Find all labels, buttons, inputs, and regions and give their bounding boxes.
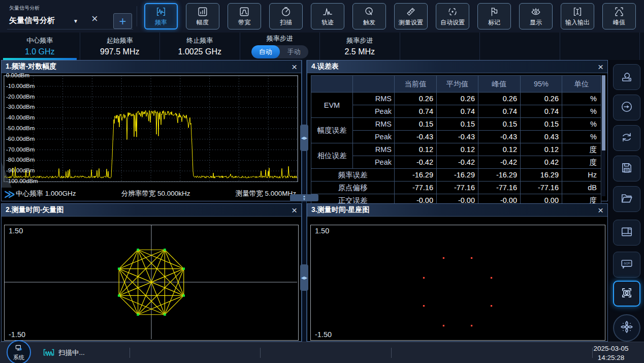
toolbar-button-label: 输入输出 <box>565 18 590 27</box>
table-row: Peak-0.42-0.42-0.420.42度 <box>311 156 601 169</box>
param-field-3: 频率步进自动手动 <box>240 33 320 60</box>
constellation-point <box>164 314 166 316</box>
system-label: 系统 <box>13 354 24 361</box>
toolbar-button-label: 轨迹 <box>321 18 334 27</box>
toolbar-button-display[interactable]: 显示 <box>519 3 553 29</box>
y-axis-tick-label: -50.00dBm <box>6 125 35 131</box>
splitter-grip-bottom[interactable]: ◀▶ <box>300 264 308 291</box>
error-table: 当前值平均值峰值95%单位EVMRMS0.260.260.260.26%Peak… <box>311 75 601 207</box>
toolbar-button-sweep[interactable]: 扫描 <box>269 3 303 29</box>
add-tab-button[interactable]: + <box>113 13 132 29</box>
close-icon[interactable]: × <box>598 62 603 72</box>
panel-error-table: 4.误差表 × 当前值平均值峰值95%单位EVMRMS0.260.260.260… <box>307 60 608 201</box>
system-icon <box>14 344 23 354</box>
panel-spectrum-title: 1.频谱-对数幅度 <box>6 62 56 71</box>
constellation-point <box>443 325 444 326</box>
param-label: 频率步进 <box>267 34 293 43</box>
splitter-grip-junction[interactable]: ▲ ▼ <box>290 194 318 201</box>
screenshot-icon <box>620 286 633 301</box>
constellation-point <box>423 277 425 279</box>
table-cell: 0.74 <box>521 105 562 118</box>
param-field-0: 中心频率1.0 GHz <box>0 33 80 60</box>
toolbar-button-io[interactable]: 输入输出 <box>561 3 594 29</box>
clock: 2025-03-05 14:25:28 <box>581 344 641 362</box>
constellation-point <box>491 305 492 307</box>
param-value-2[interactable]: 1.0025 GHz <box>178 47 221 56</box>
splitter-grip-top[interactable]: ◀▶ <box>300 125 308 151</box>
sidebar-button-navigation[interactable] <box>613 314 640 342</box>
column-header: 单位 <box>562 76 601 93</box>
table-cell: -77.16 <box>521 182 562 194</box>
table-row: 相位误差RMS0.120.120.120.12度 <box>311 143 601 156</box>
sidebar-button-save[interactable] <box>613 156 640 182</box>
tab-close-icon[interactable]: × <box>91 13 98 24</box>
toolbar-button-bandwidth[interactable]: 带宽 <box>228 3 261 29</box>
app-tab-title[interactable]: 矢量信号分析 <box>9 16 55 25</box>
panel-spectrum-titlebar: 1.频谱-对数幅度 × <box>2 60 301 73</box>
close-icon[interactable]: × <box>292 62 297 72</box>
toolbar-button-trace[interactable]: 轨迹 <box>311 3 344 29</box>
close-icon[interactable]: × <box>598 205 603 215</box>
table-scrollbar[interactable] <box>602 75 605 196</box>
table-cell: 度 <box>562 143 601 156</box>
toolbar-button-marker[interactable]: 标记 <box>477 3 511 29</box>
table-cell: -16.29 <box>395 169 437 182</box>
sidebar-button-scpi[interactable]: ·SCPI <box>613 252 640 278</box>
param-value-0[interactable]: 1.0 GHz <box>25 47 55 56</box>
table-cell: 0.15 <box>437 118 478 131</box>
constellation-point <box>183 294 185 297</box>
sidebar-button-open[interactable] <box>613 186 640 212</box>
top-toolbar: 矢量信号分析 矢量信号分析 ▼ × + 频率幅度带宽扫描轨迹触发测量设置自动设置… <box>0 0 644 33</box>
table-cell: Peak <box>353 105 395 118</box>
toolbar-button-label: 带宽 <box>238 18 250 27</box>
panel-error-table-titlebar: 4.误差表 × <box>307 60 607 73</box>
meas-setup-icon <box>405 6 416 18</box>
column-header: 95% <box>521 76 562 93</box>
toolbar-button-label: 测量设置 <box>399 18 423 27</box>
y-axis-tick-label: -30.00dBm <box>6 104 35 110</box>
table-cell: 0.26 <box>395 93 437 105</box>
panel-vector-titlebar: 2.测量时间-矢量图 × <box>2 204 301 217</box>
corner-fold <box>2 162 12 188</box>
constellation-point <box>471 257 472 259</box>
toolbar-button-label: 频率 <box>155 18 167 27</box>
table-scrollbar-thumb[interactable] <box>602 75 605 150</box>
bandwidth-icon <box>239 6 250 18</box>
sidebar-button-continue[interactable] <box>613 95 640 120</box>
param-label: 中心频率 <box>26 36 53 45</box>
table-cell: Hz <box>562 169 601 182</box>
constellation-point <box>183 267 185 270</box>
tab-underline <box>7 29 133 29</box>
toggle-option-0[interactable]: 自动 <box>251 45 280 58</box>
arrow-down-icon: ▼ <box>303 198 306 201</box>
sweep-icon <box>280 6 292 18</box>
vector-plot-svg <box>5 225 297 339</box>
toolbar-button-meas-setup[interactable]: 测量设置 <box>394 3 428 29</box>
close-icon[interactable]: × <box>292 205 297 215</box>
sidebar-button-screenshot[interactable] <box>613 281 640 307</box>
toolbar-button-trigger[interactable]: 触发 <box>352 3 386 29</box>
freq-step-mode-toggle[interactable]: 自动手动 <box>251 45 308 58</box>
table-cell: 0.42 <box>521 156 562 169</box>
table-cell: -16.29 <box>478 169 521 182</box>
sidebar-button-sync[interactable] <box>613 125 640 151</box>
time-readout: 14:25:28 <box>581 353 641 362</box>
param-value-1[interactable]: 997.5 MHz <box>100 47 139 56</box>
table-cell: 0.43 <box>521 131 562 143</box>
param-value-4[interactable]: 2.5 MHz <box>344 47 375 56</box>
toolbar-button-frequency[interactable]: 频率 <box>144 3 178 29</box>
toolbar-button-peak[interactable]: 峰值 <box>602 3 636 29</box>
sidebar-button-preset[interactable] <box>613 64 640 90</box>
system-button[interactable]: 系统 <box>7 340 31 363</box>
toggle-option-1[interactable]: 手动 <box>280 45 308 58</box>
panel-splitter[interactable]: ◀▶ ▲ ▼ ◀▶ <box>302 60 307 342</box>
frequency-icon <box>155 6 167 18</box>
column-header: 当前值 <box>395 76 437 93</box>
chevron-down-icon[interactable]: ▼ <box>73 18 78 24</box>
table-cell: RMS <box>353 118 395 131</box>
toolbar-button-amplitude[interactable]: 幅度 <box>186 3 219 29</box>
toolbar-button-auto-setup[interactable]: 自动设置 <box>436 3 469 29</box>
panel-vector-title: 2.测量时间-矢量图 <box>6 205 63 215</box>
sidebar-button-layout[interactable] <box>613 220 640 246</box>
statusbar-divider <box>130 348 130 358</box>
